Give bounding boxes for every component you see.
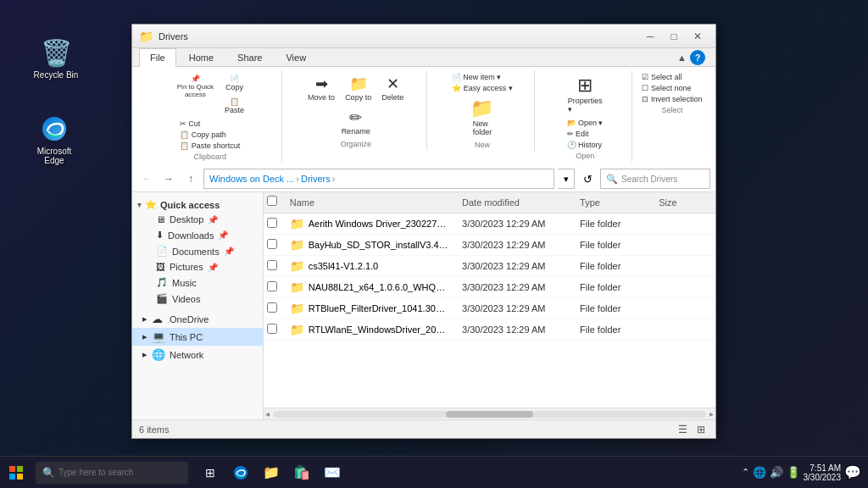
maximize-button[interactable]: □ xyxy=(663,28,685,45)
edit-button[interactable]: ✏ Edit xyxy=(564,129,607,139)
table-row[interactable]: 📁 RTLWlanE_WindowsDriver_2024.0.10.1... … xyxy=(264,319,715,341)
copy-button[interactable]: 📄 Copy xyxy=(220,72,248,94)
properties-button[interactable]: ⊞ Properties▾ xyxy=(563,72,608,116)
tiles-view-button[interactable]: ⊞ xyxy=(693,422,709,437)
copy-path-button[interactable]: 📋 Copy path xyxy=(176,130,243,140)
scroll-track[interactable] xyxy=(273,411,706,418)
address-dropdown[interactable]: ▾ xyxy=(558,169,575,189)
scroll-thumb[interactable] xyxy=(446,411,532,418)
paste-button[interactable]: 📋 Paste xyxy=(220,95,248,117)
rename-button[interactable]: ✏ Rename xyxy=(337,106,375,138)
folder-icon: 📁 xyxy=(290,259,304,273)
easy-access-button[interactable]: ⭐ Easy access ▾ xyxy=(448,83,516,93)
search-box[interactable]: 🔍 Search Drivers xyxy=(600,169,710,189)
svg-rect-3 xyxy=(9,474,15,480)
tab-home[interactable]: Home xyxy=(178,48,225,66)
row-checkbox[interactable] xyxy=(264,239,283,251)
scroll-left-icon[interactable]: ◂ xyxy=(265,409,270,419)
tab-share[interactable]: Share xyxy=(226,48,273,66)
history-button[interactable]: 🕐 History xyxy=(564,140,607,150)
sidebar-item-documents[interactable]: 📄 Documents 📌 xyxy=(132,243,263,259)
taskbar-icon-file-explorer[interactable]: 📁 xyxy=(259,461,283,485)
back-button[interactable]: ← xyxy=(137,169,156,188)
row-checkbox[interactable] xyxy=(264,218,283,230)
table-row[interactable]: 📁 cs35l41-V1.2.1.0 3/30/2023 12:29 AM Fi… xyxy=(264,256,715,277)
rename-icon: ✏ xyxy=(349,108,362,127)
taskbar-icon-edge[interactable] xyxy=(229,461,253,485)
this-pc-label: This PC xyxy=(170,332,203,342)
row-checkbox[interactable] xyxy=(264,324,283,336)
column-size[interactable]: Size xyxy=(652,196,715,209)
sidebar-item-onedrive[interactable]: ▸ ☁ OneDrive xyxy=(132,310,263,328)
row-checkbox[interactable] xyxy=(264,281,283,293)
copy-to-button[interactable]: 📁 Copy to xyxy=(341,72,376,104)
minimize-button[interactable]: ─ xyxy=(639,28,661,45)
pin-to-quick-access-button[interactable]: 📌 Pin to Quickaccess xyxy=(172,72,219,117)
taskbar-search-input[interactable] xyxy=(58,468,169,477)
start-button[interactable] xyxy=(0,457,32,489)
taskbar-icon-mail[interactable]: ✉️ xyxy=(320,461,344,485)
sidebar-item-desktop[interactable]: 🖥 Desktop 📌 xyxy=(132,212,263,227)
window-controls: ─ □ ✕ xyxy=(639,28,709,45)
music-sidebar-label: Music xyxy=(172,278,197,288)
clipboard-buttons: 📌 Pin to Quickaccess 📄 Copy 📋 Paste xyxy=(146,72,275,151)
notification-icon[interactable]: 💬 xyxy=(844,464,861,480)
battery-icon[interactable]: 🔋 xyxy=(787,466,800,479)
network-tray-icon[interactable]: 🌐 xyxy=(753,466,766,479)
table-row[interactable]: 📁 NAU88L21_x64_1.0.6.0_WHQL - DUA ... 3/… xyxy=(264,277,715,298)
chevron-up-icon[interactable]: ⌃ xyxy=(742,467,749,478)
sidebar-item-pictures[interactable]: 🖼 Pictures 📌 xyxy=(132,259,263,274)
invert-selection-button[interactable]: ⊡ Invert selection xyxy=(638,94,705,104)
tab-file[interactable]: File xyxy=(139,48,176,67)
tab-view[interactable]: View xyxy=(275,48,317,66)
select-all-checkbox[interactable] xyxy=(267,196,277,206)
file-name: 📁 NAU88L21_x64_1.0.6.0_WHQL - DUA ... xyxy=(283,279,455,296)
row-checkbox[interactable] xyxy=(264,260,283,272)
sidebar-item-downloads[interactable]: ⬇ Downloads 📌 xyxy=(132,227,263,243)
sidebar-section-quick-access[interactable]: ▾ ⭐ Quick access xyxy=(132,196,263,212)
address-path[interactable]: Windows on Deck ... › Drivers › xyxy=(203,169,554,189)
up-button[interactable]: ↑ xyxy=(181,169,200,188)
new-item-button[interactable]: 📄 New item ▾ xyxy=(448,72,516,82)
taskbar-search[interactable]: 🔍 xyxy=(36,462,188,484)
table-row[interactable]: 📁 BayHub_SD_STOR_installV3.4.01.89_W... … xyxy=(264,235,715,256)
column-type[interactable]: Type xyxy=(573,196,652,209)
move-to-button[interactable]: ➡ Move to xyxy=(303,72,339,104)
ribbon-tabs: File Home Share View ▲ ? xyxy=(132,48,715,67)
sidebar-item-network[interactable]: ▸ 🌐 Network xyxy=(132,346,263,363)
desktop-icon-edge[interactable]: Microsoft Edge xyxy=(24,110,85,169)
taskbar-icon-task-view[interactable]: ⊞ xyxy=(198,461,222,485)
details-view-button[interactable]: ☰ xyxy=(675,422,690,437)
scroll-right-icon[interactable]: ▸ xyxy=(709,409,714,419)
sidebar-item-music[interactable]: 🎵 Music xyxy=(132,274,263,291)
ribbon-group-new: 📄 New item ▾ ⭐ Easy access ▾ 📁 Newfolder… xyxy=(431,70,536,151)
window-title: Drivers xyxy=(159,31,639,42)
select-buttons: ☑ Select all ☐ Select none ⊡ Invert sele… xyxy=(638,72,705,104)
table-row[interactable]: 📁 Aerith Windows Driver_2302270303 3/30/… xyxy=(264,214,715,235)
header-checkbox[interactable] xyxy=(264,196,283,209)
horizontal-scrollbar[interactable]: ◂ ▸ xyxy=(264,408,715,419)
ribbon-collapse-icon[interactable]: ▲ xyxy=(677,53,687,63)
cut-icon: ✂ xyxy=(180,119,186,128)
table-row[interactable]: 📁 RTBlueR_FilterDriver_1041.3005_1201...… xyxy=(264,298,715,319)
column-date[interactable]: Date modified xyxy=(455,196,573,209)
forward-button[interactable]: → xyxy=(159,169,178,188)
cut-button[interactable]: ✂ Cut xyxy=(176,119,243,129)
desktop-icon-recycle-bin[interactable]: 🗑️ Recycle Bin xyxy=(25,34,86,83)
refresh-button[interactable]: ↺ xyxy=(578,169,597,188)
help-icon[interactable]: ? xyxy=(690,50,705,65)
paste-shortcut-button[interactable]: 📋 Paste shortcut xyxy=(176,141,243,151)
close-button[interactable]: ✕ xyxy=(687,28,709,45)
open-button[interactable]: 📂 Open ▾ xyxy=(564,118,607,128)
column-name[interactable]: Name xyxy=(283,196,455,209)
row-checkbox[interactable] xyxy=(264,302,283,314)
delete-button[interactable]: ✕ Delete xyxy=(377,72,408,104)
taskbar-icon-store[interactable]: 🛍️ xyxy=(290,461,314,485)
sidebar-item-videos[interactable]: 🎬 Videos xyxy=(132,291,263,307)
select-all-button[interactable]: ☑ Select all xyxy=(638,72,705,82)
this-pc-icon: 💻 xyxy=(152,330,165,343)
sidebar-item-this-pc[interactable]: ▸ 💻 This PC xyxy=(132,328,263,346)
volume-icon[interactable]: 🔊 xyxy=(770,466,783,479)
new-folder-button[interactable]: 📁 Newfolder xyxy=(465,95,498,139)
select-none-button[interactable]: ☐ Select none xyxy=(638,83,705,93)
